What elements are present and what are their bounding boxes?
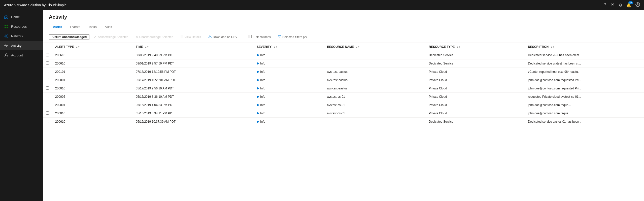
acknowledge-button[interactable]: ✓ Acknowledge Selected xyxy=(92,34,130,40)
sidebar-item-network[interactable]: Network xyxy=(0,31,43,41)
table-row: 200001 05/17/2019 10:23:01 AM PDT Info a… xyxy=(43,76,644,84)
sort-resource-name: ▲▼ xyxy=(356,46,360,48)
cell-resource-name xyxy=(324,59,426,68)
row-checkbox-cell[interactable] xyxy=(43,101,52,109)
view-details-button[interactable]: ☰ View Details xyxy=(179,34,202,40)
status-filter-badge[interactable]: Status: Unacknowledged xyxy=(49,34,89,40)
cell-severity: Info xyxy=(254,84,324,93)
select-all-checkbox[interactable] xyxy=(46,45,49,48)
tab-events[interactable]: Events xyxy=(66,23,84,31)
row-checkbox[interactable] xyxy=(46,103,49,106)
unacknowledge-label: Unacknowledge Selected xyxy=(139,35,173,39)
row-checkbox[interactable] xyxy=(46,70,49,73)
tab-audit[interactable]: Audit xyxy=(101,23,116,31)
severity-label: Info xyxy=(260,87,265,90)
row-checkbox[interactable] xyxy=(46,53,49,56)
cell-resource-name: avs-test-eastus xyxy=(324,68,426,76)
svg-point-2 xyxy=(637,4,638,5)
row-checkbox-cell[interactable] xyxy=(43,118,52,126)
col-resource-name[interactable]: RESOURCE NAME ▲▼ xyxy=(324,43,426,51)
cell-resource-type: Private Cloud xyxy=(426,76,525,84)
user-manage-icon[interactable] xyxy=(610,2,615,8)
select-all-header[interactable] xyxy=(43,43,52,51)
cell-severity: Info xyxy=(254,101,324,109)
col-resource-type[interactable]: RESOURCE TYPE ▲▼ xyxy=(426,43,525,51)
cell-alert-type: 200001 xyxy=(52,101,133,109)
edit-columns-button[interactable]: Edit columns xyxy=(247,34,272,40)
sidebar-item-account-label: Account xyxy=(11,53,23,57)
cell-resource-type: Private Cloud xyxy=(426,101,525,109)
notifications-icon[interactable]: 🔔 37 xyxy=(626,3,631,8)
home-icon xyxy=(4,15,9,19)
svg-rect-4 xyxy=(7,25,8,26)
help-icon[interactable]: ? xyxy=(604,3,606,7)
sidebar-item-activity[interactable]: Activity xyxy=(0,41,43,50)
severity-label: Info xyxy=(260,78,265,82)
severity-dot xyxy=(257,96,259,98)
row-checkbox-cell[interactable] xyxy=(43,59,52,68)
row-checkbox-cell[interactable] xyxy=(43,76,52,84)
sidebar-item-activity-label: Activity xyxy=(11,44,21,48)
sidebar-item-resources[interactable]: Resources xyxy=(0,22,43,31)
svg-point-7 xyxy=(6,35,7,37)
row-checkbox[interactable] xyxy=(46,120,49,123)
row-checkbox[interactable] xyxy=(46,86,49,90)
cell-resource-name: avstest-cs-01 xyxy=(324,93,426,101)
severity-dot xyxy=(257,54,259,56)
col-severity[interactable]: SEVERITY ▲▼ xyxy=(254,43,324,51)
row-checkbox-cell[interactable] xyxy=(43,51,52,59)
cell-description: vCenter reported host esxi-984-eastu... xyxy=(525,68,644,76)
col-time[interactable]: TIME ▲▼ xyxy=(133,43,254,51)
view-details-label: View Details xyxy=(184,35,201,39)
sidebar-item-home-label: Home xyxy=(11,15,20,19)
toolbar-divider xyxy=(243,35,243,40)
row-checkbox[interactable] xyxy=(46,111,49,115)
row-checkbox-cell[interactable] xyxy=(43,68,52,76)
cell-description: john.doe@contoso.com reque... xyxy=(525,109,644,118)
sidebar: Home Resources Network xyxy=(0,10,43,201)
table-row: 200610 08/06/2019 9:40:29 PM PDT Info De… xyxy=(43,51,644,59)
sidebar-item-home[interactable]: Home xyxy=(0,12,43,22)
download-csv-label: Download as CSV xyxy=(213,35,237,39)
tabs: Alerts Events Tasks Audit xyxy=(49,23,638,31)
col-description[interactable]: DESCRIPTION ▲▼ xyxy=(525,43,644,51)
account-icon[interactable] xyxy=(635,2,640,8)
sort-time: ▲▼ xyxy=(145,46,149,48)
tab-alerts[interactable]: Alerts xyxy=(49,23,66,31)
download-csv-button[interactable]: Download as CSV xyxy=(207,34,239,40)
row-checkbox-cell[interactable] xyxy=(43,93,52,101)
table-row: 200101 07/18/2019 12:19:56 PM PDT Info a… xyxy=(43,68,644,76)
row-checkbox[interactable] xyxy=(46,78,49,81)
cell-alert-type: 200101 xyxy=(52,68,133,76)
sidebar-item-account[interactable]: Account xyxy=(0,50,43,60)
row-checkbox[interactable] xyxy=(46,95,49,98)
table-body: 200610 08/06/2019 9:40:29 PM PDT Info De… xyxy=(43,51,644,126)
severity-dot xyxy=(257,121,259,123)
selected-filters-button[interactable]: Selected filters (2) xyxy=(276,34,308,40)
svg-rect-12 xyxy=(251,35,252,38)
col-resource-name-label: RESOURCE NAME xyxy=(327,45,354,49)
col-alert-type[interactable]: ALERT TYPE ▲▼ xyxy=(52,43,133,51)
cell-alert-type: 200610 xyxy=(52,118,133,126)
tab-tasks[interactable]: Tasks xyxy=(84,23,101,31)
cell-time: 05/17/2019 9:56:39 AM PDT xyxy=(133,84,254,93)
severity-dot xyxy=(257,87,259,89)
unacknowledge-button[interactable]: ✕ Unacknowledge Selected xyxy=(134,34,175,40)
acknowledge-label: Acknowledge Selected xyxy=(98,35,128,39)
row-checkbox[interactable] xyxy=(46,61,49,65)
cell-alert-type: 200005 xyxy=(52,93,133,101)
cell-description: Dedicated service avstest01 has been ... xyxy=(525,118,644,126)
cell-alert-type: 200610 xyxy=(52,51,133,59)
cell-resource-name xyxy=(324,118,426,126)
col-resource-type-label: RESOURCE TYPE xyxy=(429,45,455,49)
svg-rect-10 xyxy=(249,35,250,38)
page-title: Activity xyxy=(49,14,638,20)
cell-alert-type: 200010 xyxy=(52,109,133,118)
cell-resource-type: Dedicated Service xyxy=(426,51,525,59)
selected-filters-label: Selected filters (2) xyxy=(282,35,307,39)
row-checkbox-cell[interactable] xyxy=(43,84,52,93)
row-checkbox-cell[interactable] xyxy=(43,109,52,118)
edit-columns-icon xyxy=(249,35,252,39)
cell-resource-type: Private Cloud xyxy=(426,93,525,101)
settings-icon[interactable]: ⚙ xyxy=(619,3,622,8)
